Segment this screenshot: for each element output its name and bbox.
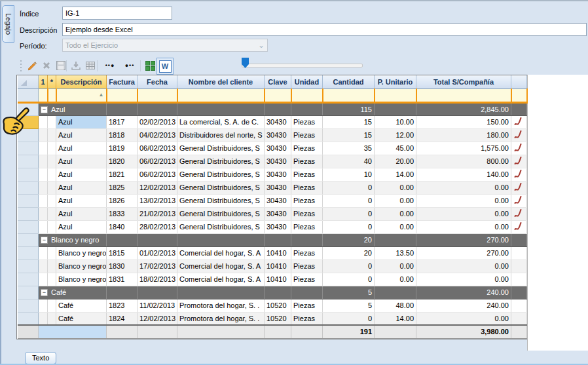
cell-punitario[interactable]: 14.00 — [375, 312, 416, 325]
cell-tickmark[interactable] — [511, 194, 527, 207]
cell-descripcion[interactable]: Café — [56, 299, 107, 312]
cell-clave[interactable]: 30430 — [265, 142, 291, 155]
cell-fecha[interactable]: 21/02/2013 — [138, 207, 177, 220]
row-selector-cell[interactable] — [18, 233, 39, 246]
cell-fecha[interactable]: 04/02/2013 — [138, 128, 177, 142]
cell-descripcion[interactable]: Azul — [56, 220, 107, 233]
dots-start-icon[interactable]: ●•• — [120, 59, 139, 72]
cell-factura[interactable]: 1840 — [107, 220, 138, 233]
cell-total[interactable]: 0.00 — [416, 259, 511, 273]
cell-cliente[interactable]: Distribuidores del norte, S — [177, 128, 265, 142]
cell-cantidad[interactable]: 40 — [323, 155, 375, 168]
cell-unidad[interactable]: Piezas — [291, 220, 323, 233]
cell-descripcion[interactable]: Blanco y negro — [56, 246, 107, 259]
cell-cantidad[interactable]: 0 — [323, 312, 375, 325]
save-icon[interactable] — [54, 59, 67, 72]
cell-total[interactable]: 240.00 — [416, 299, 511, 312]
cell-clave[interactable]: 10520 — [265, 299, 291, 312]
row-selector-cell[interactable] — [18, 220, 39, 233]
cell-fecha[interactable]: 11/02/2013 — [138, 299, 177, 312]
header-punitario[interactable]: P. Unitario — [375, 75, 416, 88]
cell-unidad[interactable]: Piezas — [291, 115, 323, 128]
descripcion-input[interactable] — [62, 23, 587, 36]
cell-clave[interactable]: 30430 — [265, 115, 291, 128]
filter-cell[interactable] — [323, 88, 375, 102]
cell-descripcion[interactable]: Azul — [56, 115, 107, 128]
cell-punitario[interactable]: 12.00 — [375, 128, 416, 142]
cell-tickmark[interactable] — [511, 168, 527, 181]
header-star[interactable]: * — [48, 75, 56, 88]
cell-clave[interactable]: 30430 — [265, 194, 291, 207]
cell-total[interactable]: 0.00 — [416, 207, 511, 220]
cell-total[interactable]: 150.00 — [416, 115, 511, 128]
cell-unidad[interactable]: Piezas — [291, 312, 323, 325]
cell-factura[interactable]: 1824 — [107, 312, 138, 325]
cell-total[interactable]: 140.00 — [416, 168, 511, 181]
row-selector-cell[interactable] — [18, 155, 39, 168]
header-cantidad[interactable]: Cantidad — [323, 75, 375, 88]
cell-tickmark[interactable] — [511, 128, 527, 142]
row-selector-cell[interactable] — [18, 312, 39, 325]
cell-cliente[interactable]: Comercial del hogar, S. A — [177, 273, 265, 286]
cell-clave[interactable]: 10410 — [265, 259, 291, 273]
row-selector-cell[interactable] — [18, 273, 39, 286]
cell-cliente[interactable]: Comercial del hogar, S. A — [177, 259, 265, 273]
cell-cliente[interactable]: General Distribuidores, S — [177, 155, 265, 168]
cell-factura[interactable]: 1815 — [107, 246, 138, 259]
cell-unidad[interactable]: Piezas — [291, 155, 323, 168]
tab-legajo[interactable]: Legajo — [2, 5, 14, 43]
cell-punitario[interactable]: 20.00 — [375, 155, 416, 168]
cell-factura[interactable]: 1833 — [107, 207, 138, 220]
cell-cantidad[interactable]: 15 — [323, 128, 375, 142]
cell-factura[interactable]: 1823 — [107, 299, 138, 312]
header-total[interactable]: Total S/Compañía — [416, 75, 511, 88]
cell-total[interactable]: 800.00 — [416, 155, 511, 168]
cell-cantidad[interactable]: 0 — [323, 207, 375, 220]
header-1[interactable]: 1 — [39, 75, 48, 88]
cell-total[interactable]: 270.00 — [416, 246, 511, 259]
filter-cell[interactable] — [291, 88, 323, 102]
cell-tickmark[interactable] — [511, 220, 527, 233]
excel-grid-icon[interactable] — [143, 59, 156, 72]
cell-cantidad[interactable]: 0 — [323, 273, 375, 286]
cell-fecha[interactable]: 01/02/2013 — [138, 246, 177, 259]
cell-tickmark[interactable] — [511, 207, 527, 220]
cell-cliente[interactable]: Comercial del hogar, S. A — [177, 246, 265, 259]
cell-punitario[interactable]: 0.00 — [375, 181, 416, 194]
cell-factura[interactable]: 1831 — [107, 273, 138, 286]
cell-punitario[interactable]: 0.00 — [375, 259, 416, 273]
cell-clave[interactable]: 30430 — [265, 220, 291, 233]
group-caption-cell[interactable]: −Café — [39, 286, 107, 299]
collapse-group-icon[interactable]: − — [41, 289, 48, 296]
cell-unidad[interactable]: Piezas — [291, 246, 323, 259]
header-descripcion[interactable]: Descripción — [56, 75, 107, 88]
cell-factura[interactable]: 1817 — [107, 115, 138, 128]
cell-total[interactable]: 0.00 — [416, 181, 511, 194]
cell-total[interactable]: 0.00 — [416, 312, 511, 325]
cell-factura[interactable]: 1821 — [107, 168, 138, 181]
cell-cliente[interactable]: General Distribuidores, S — [177, 142, 265, 155]
row-selector-cell[interactable] — [18, 246, 39, 259]
cell-punitario[interactable]: 48.00 — [375, 299, 416, 312]
table-icon[interactable] — [84, 59, 97, 72]
indice-input[interactable] — [62, 7, 172, 20]
cell-unidad[interactable]: Piezas — [291, 142, 323, 155]
header-fecha[interactable]: Fecha — [138, 75, 177, 88]
cell-total[interactable]: 180.00 — [416, 128, 511, 142]
import-icon[interactable] — [69, 59, 83, 72]
cell-factura[interactable]: 1826 — [107, 194, 138, 207]
filter-cell[interactable] — [107, 88, 138, 102]
cell-descripcion[interactable]: Azul — [56, 128, 107, 142]
filter-cell[interactable] — [416, 88, 511, 102]
cell-punitario[interactable]: 13.50 — [375, 246, 416, 259]
cell-total[interactable]: 0.00 — [416, 194, 511, 207]
cell-tickmark[interactable] — [511, 299, 527, 312]
word-icon[interactable]: W — [156, 58, 174, 75]
cell-tickmark[interactable] — [511, 181, 527, 194]
collapse-group-icon[interactable]: − — [41, 106, 48, 113]
cell-cantidad[interactable]: 20 — [323, 246, 375, 259]
cell-factura[interactable]: 1825 — [107, 181, 138, 194]
cell-punitario[interactable]: 45.00 — [375, 142, 416, 155]
cell-cliente[interactable]: General Distribuidores, S — [177, 194, 265, 207]
select-all-corner[interactable] — [18, 75, 39, 88]
